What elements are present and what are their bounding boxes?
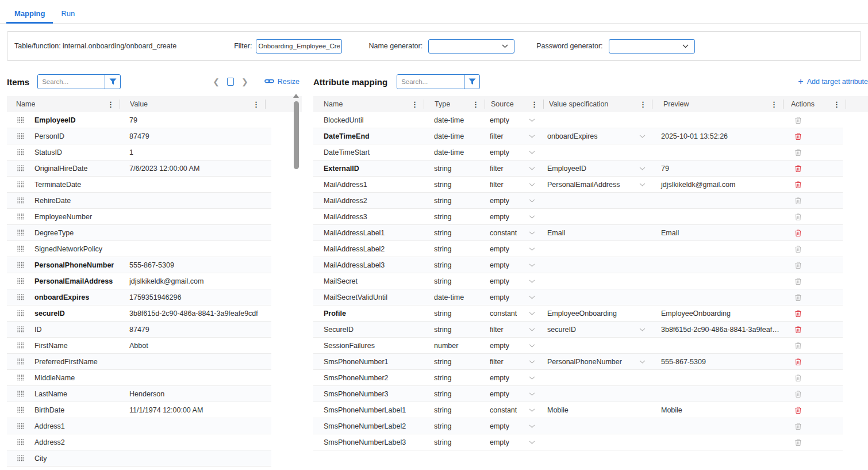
column-menu-icon[interactable]: ⋮ <box>107 101 114 108</box>
value-specification[interactable]: Email <box>542 229 650 237</box>
chevron-down-icon[interactable] <box>529 183 535 186</box>
chevron-down-icon[interactable] <box>529 360 535 364</box>
drag-handle-icon[interactable] <box>7 133 34 139</box>
chevron-left-icon[interactable]: ❮ <box>213 78 220 86</box>
source-dropdown[interactable]: filter <box>484 132 542 140</box>
chevron-down-icon[interactable] <box>529 119 535 122</box>
chevron-down-icon[interactable] <box>529 135 535 138</box>
delete-icon[interactable] <box>795 165 801 172</box>
password-generator-select[interactable] <box>609 39 695 54</box>
column-menu-icon[interactable]: ⋮ <box>472 101 479 108</box>
value-specification[interactable]: EmployeeOnboarding <box>542 309 650 318</box>
value-specification[interactable]: PersonalEmailAddress <box>542 181 650 189</box>
drag-handle-icon[interactable] <box>7 375 34 381</box>
page-indicator[interactable] <box>227 78 234 86</box>
drag-handle-icon[interactable] <box>7 230 34 236</box>
drag-handle-icon[interactable] <box>7 342 34 349</box>
source-dropdown[interactable]: empty <box>484 342 542 350</box>
scroll-up-arrow-icon[interactable] <box>293 94 299 98</box>
delete-icon[interactable] <box>795 358 801 365</box>
delete-icon[interactable] <box>795 262 801 269</box>
source-dropdown[interactable]: empty <box>484 213 542 221</box>
chevron-down-icon[interactable] <box>529 328 535 331</box>
delete-icon[interactable] <box>795 278 801 285</box>
column-menu-icon[interactable]: ⋮ <box>411 101 418 108</box>
chevron-right-icon[interactable]: ❯ <box>241 78 248 86</box>
chevron-down-icon[interactable] <box>529 376 535 380</box>
chevron-down-icon[interactable] <box>529 344 535 347</box>
chevron-down-icon[interactable] <box>529 231 535 235</box>
source-dropdown[interactable]: empty <box>484 293 542 301</box>
scrollbar-thumb[interactable] <box>294 101 299 169</box>
chevron-down-icon[interactable] <box>529 392 535 396</box>
chevron-down-icon[interactable] <box>639 360 646 364</box>
delete-icon[interactable] <box>795 133 801 140</box>
tab-run[interactable]: Run <box>53 5 83 23</box>
chevron-down-icon[interactable] <box>639 135 646 138</box>
drag-handle-icon[interactable] <box>7 246 34 252</box>
chevron-down-icon[interactable] <box>529 215 535 219</box>
name-generator-select[interactable] <box>428 39 514 54</box>
filter-input[interactable] <box>256 39 342 54</box>
column-menu-icon[interactable]: ⋮ <box>639 101 647 108</box>
drag-handle-icon[interactable] <box>7 423 34 429</box>
source-dropdown[interactable]: filter <box>484 326 542 334</box>
delete-icon[interactable] <box>795 213 801 220</box>
source-dropdown[interactable]: empty <box>484 245 542 253</box>
filter-funnel-icon[interactable] <box>464 75 479 89</box>
delete-icon[interactable] <box>795 230 801 236</box>
chevron-down-icon[interactable] <box>529 425 535 428</box>
delete-icon[interactable] <box>795 117 801 124</box>
items-search-input[interactable] <box>38 75 105 89</box>
drag-handle-icon[interactable] <box>7 278 34 284</box>
source-dropdown[interactable]: constant <box>484 229 542 237</box>
chevron-down-icon[interactable] <box>529 312 535 315</box>
drag-handle-icon[interactable] <box>7 181 34 188</box>
column-menu-icon[interactable]: ⋮ <box>770 101 778 108</box>
delete-icon[interactable] <box>795 326 801 333</box>
delete-icon[interactable] <box>795 407 801 414</box>
value-specification[interactable]: secureID <box>542 326 650 334</box>
delete-icon[interactable] <box>795 423 801 430</box>
drag-handle-icon[interactable] <box>7 310 34 316</box>
drag-handle-icon[interactable] <box>7 294 34 300</box>
drag-handle-icon[interactable] <box>7 358 34 365</box>
chevron-down-icon[interactable] <box>639 183 646 186</box>
chevron-down-icon[interactable] <box>529 247 535 251</box>
chevron-down-icon[interactable] <box>529 408 535 412</box>
chevron-down-icon[interactable] <box>529 296 535 299</box>
source-dropdown[interactable]: constant <box>484 406 542 414</box>
drag-handle-icon[interactable] <box>7 326 34 333</box>
delete-icon[interactable] <box>795 342 801 349</box>
column-menu-icon[interactable]: ⋮ <box>833 101 840 108</box>
source-dropdown[interactable]: empty <box>484 277 542 285</box>
drag-handle-icon[interactable] <box>7 149 34 155</box>
delete-icon[interactable] <box>795 294 801 301</box>
value-specification[interactable]: Mobile <box>542 406 650 414</box>
drag-handle-icon[interactable] <box>7 117 34 123</box>
chevron-down-icon[interactable] <box>529 263 535 267</box>
mapping-search-input[interactable] <box>397 75 464 89</box>
chevron-down-icon[interactable] <box>639 167 646 170</box>
chevron-down-icon[interactable] <box>529 151 535 154</box>
value-specification[interactable]: EmployeeID <box>542 165 650 173</box>
chevron-down-icon[interactable] <box>529 280 535 283</box>
add-target-attribute-button[interactable]: + Add target attribute <box>798 77 868 86</box>
source-dropdown[interactable]: empty <box>484 390 542 398</box>
drag-handle-icon[interactable] <box>7 407 34 413</box>
delete-icon[interactable] <box>795 375 801 381</box>
value-specification[interactable]: onboardExpires <box>542 132 650 140</box>
tab-mapping[interactable]: Mapping <box>6 5 53 23</box>
drag-handle-icon[interactable] <box>7 391 34 397</box>
chevron-down-icon[interactable] <box>639 328 646 331</box>
column-menu-icon[interactable]: ⋮ <box>531 101 538 108</box>
filter-funnel-icon[interactable] <box>105 75 120 89</box>
delete-icon[interactable] <box>795 149 801 156</box>
source-dropdown[interactable]: empty <box>484 148 542 156</box>
source-dropdown[interactable]: filter <box>484 358 542 366</box>
source-dropdown[interactable]: filter <box>484 181 542 189</box>
chevron-down-icon[interactable] <box>529 441 535 444</box>
source-dropdown[interactable]: empty <box>484 116 542 124</box>
items-scrollbar[interactable] <box>291 89 301 423</box>
delete-icon[interactable] <box>795 439 801 446</box>
